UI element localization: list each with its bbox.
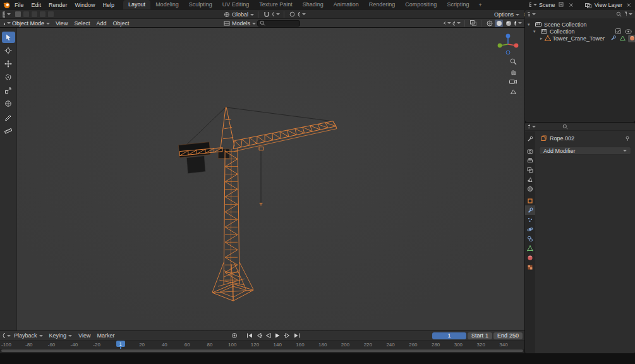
workspace-tab-layout[interactable]: Layout — [123, 0, 150, 9]
shading-solid-icon[interactable] — [495, 20, 503, 27]
tool-scale[interactable] — [2, 85, 15, 96]
viewport-menu-select[interactable]: Select — [71, 20, 93, 27]
tab-render[interactable] — [525, 146, 535, 155]
tab-view-layer[interactable] — [525, 165, 535, 174]
material-icon[interactable] — [628, 35, 635, 42]
disclosure-icon[interactable]: ▾ — [528, 22, 532, 27]
start-frame-field[interactable]: Start1 — [468, 332, 492, 339]
tab-physics[interactable] — [525, 224, 535, 234]
viewport-editor-type-icon[interactable] — [3, 20, 11, 27]
scrollbar-thumb[interactable] — [1, 349, 523, 352]
add-workspace-button[interactable]: + — [476, 2, 483, 8]
toggle-xray-icon[interactable] — [469, 20, 477, 27]
timeline-menu-marker[interactable]: Marker — [94, 332, 118, 339]
blender-logo-icon[interactable] — [3, 1, 11, 9]
workspace-tab-sculpting[interactable]: Sculpting — [184, 0, 217, 9]
active-object-name[interactable]: Rope.002 — [550, 135, 574, 142]
outliner-filter-icon[interactable] — [624, 11, 632, 18]
mesh-data-icon[interactable] — [619, 35, 627, 42]
select-mode-intersect-icon[interactable] — [47, 11, 54, 18]
tool-cursor[interactable] — [2, 45, 15, 56]
tool-select-box[interactable] — [2, 32, 15, 43]
menu-file[interactable]: File — [11, 2, 28, 8]
workspace-tab-uv-editing[interactable]: UV Editing — [217, 0, 255, 9]
tab-world[interactable] — [525, 184, 535, 193]
tool-rotate[interactable] — [2, 71, 15, 83]
workspace-tab-compositing[interactable]: Compositing — [400, 0, 442, 9]
next-keyframe-button[interactable] — [283, 332, 291, 339]
workspace-tab-modeling[interactable]: Modeling — [150, 0, 184, 9]
current-frame-field[interactable]: 1 — [432, 332, 466, 339]
mode-dropdown[interactable]: Object Mode — [12, 20, 50, 27]
jump-to-start-button[interactable] — [245, 332, 253, 339]
navigation-gizmo[interactable] — [497, 33, 519, 56]
tab-scene[interactable] — [525, 174, 535, 184]
disclosure-icon[interactable]: ▾ — [533, 29, 538, 34]
timeline-scrollbar[interactable] — [0, 349, 524, 353]
outliner-row-scene-collection[interactable]: ▾ Scene Collection — [525, 21, 635, 28]
zoom-icon[interactable] — [509, 57, 517, 66]
workspace-tab-texture-paint[interactable]: Texture Paint — [254, 0, 298, 9]
outliner-row-object[interactable]: ▸ Tower_Crane_Tower — [525, 35, 635, 42]
timeline-ruler[interactable]: -100-80-60-40-20020406080100120140160180… — [0, 340, 524, 349]
scene-name[interactable]: Scene — [539, 2, 555, 8]
asset-category-dropdown[interactable]: Models — [232, 20, 256, 27]
tool-measure[interactable] — [2, 124, 15, 136]
timeline-editor-type-icon[interactable] — [3, 332, 11, 339]
properties-editor-type-icon[interactable] — [528, 123, 536, 130]
modifier-wrench-icon[interactable] — [609, 35, 617, 42]
prev-keyframe-button[interactable] — [255, 332, 263, 339]
play-button[interactable] — [274, 332, 282, 339]
end-frame-field[interactable]: End250 — [493, 332, 523, 339]
viewport-search-input[interactable] — [257, 20, 300, 27]
shading-rendered-icon[interactable] — [514, 20, 522, 27]
menu-window[interactable]: Window — [71, 2, 99, 8]
pin-icon[interactable] — [623, 135, 631, 142]
jump-to-end-button[interactable] — [293, 332, 301, 339]
play-reverse-button[interactable] — [264, 332, 272, 339]
move-view-icon[interactable] — [509, 67, 517, 76]
shading-material-icon[interactable] — [504, 20, 512, 27]
editor-type-icon[interactable] — [3, 11, 11, 18]
viewport-menu-view[interactable]: View — [52, 20, 71, 27]
menu-edit[interactable]: Edit — [28, 2, 45, 8]
tab-material[interactable] — [525, 253, 535, 262]
viewport-menu-add[interactable]: Add — [93, 20, 109, 27]
tab-constraints[interactable] — [525, 234, 535, 243]
outliner-editor-type-icon[interactable] — [528, 11, 536, 18]
tab-object[interactable] — [525, 196, 535, 205]
perspective-toggle-icon[interactable] — [509, 87, 517, 96]
viewport-menu-object[interactable]: Object — [109, 20, 132, 27]
auto-keying-toggle[interactable] — [230, 332, 238, 339]
tool-annotate[interactable] — [2, 111, 15, 123]
menu-help[interactable]: Help — [99, 2, 119, 8]
outliner-search-icon[interactable] — [615, 11, 623, 18]
tab-tool[interactable] — [525, 134, 535, 143]
menu-render[interactable]: Render — [45, 2, 71, 8]
tool-transform[interactable] — [2, 98, 15, 109]
select-mode-extend-icon[interactable] — [23, 11, 30, 18]
camera-view-icon[interactable] — [509, 77, 517, 86]
unlink-scene-button[interactable] — [567, 1, 576, 9]
timeline-menu-playback[interactable]: Playback — [11, 332, 46, 339]
snap-magnet-icon[interactable] — [262, 11, 270, 18]
properties-search-icon[interactable] — [561, 123, 569, 130]
select-mode-subtract-icon[interactable] — [31, 11, 38, 18]
shading-wireframe-icon[interactable] — [485, 20, 493, 27]
tab-object-data[interactable] — [525, 243, 535, 253]
unlink-view-layer-button[interactable] — [624, 1, 632, 9]
disclosure-icon[interactable]: ▸ — [540, 36, 543, 41]
tab-output[interactable] — [525, 155, 535, 165]
crane-model[interactable] — [179, 107, 336, 301]
select-mode-set-icon[interactable] — [15, 11, 21, 18]
snap-target-icon[interactable] — [272, 11, 280, 18]
transform-orientation-dropdown[interactable]: Global — [232, 11, 254, 18]
timeline-menu-keying[interactable]: Keying — [46, 332, 76, 339]
tab-texture[interactable] — [525, 262, 535, 272]
add-modifier-dropdown[interactable]: Add Modifier — [539, 147, 631, 155]
show-gizmo-icon[interactable] — [443, 20, 451, 27]
options-dropdown[interactable]: Options — [494, 11, 519, 18]
select-mode-invert-icon[interactable] — [39, 11, 46, 18]
proportional-editing-icon[interactable] — [288, 11, 296, 18]
tab-particles[interactable] — [525, 215, 535, 224]
